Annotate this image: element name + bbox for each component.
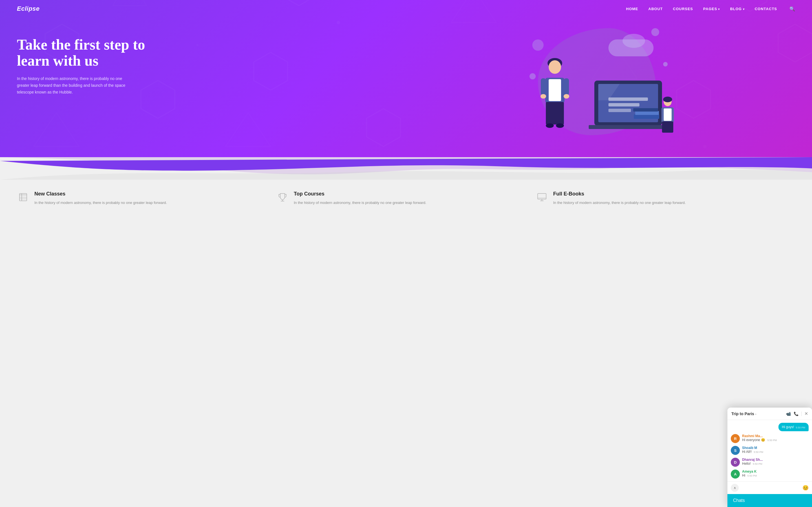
hero-section: Take the first step to learn with us In … xyxy=(0,0,812,158)
feature-desc-0: In the history of modern astronomy, ther… xyxy=(35,200,167,206)
hero-content: Take the first step to learn with us In … xyxy=(0,0,169,118)
feature-title-1: Top Courses xyxy=(294,191,426,197)
nav-home[interactable]: HOME xyxy=(626,7,638,11)
feature-new-classes: New Classes In the history of modern ast… xyxy=(17,191,276,206)
svg-point-20 xyxy=(196,44,199,46)
monitor-icon xyxy=(536,191,548,203)
trophy-icon xyxy=(276,191,289,203)
feature-desc-1: In the history of modern astronomy, ther… xyxy=(294,200,426,206)
svg-point-18 xyxy=(337,21,340,24)
feature-desc-2: In the history of modern astronomy, ther… xyxy=(553,200,686,206)
feature-title-2: Full E-Books xyxy=(553,191,686,197)
svg-marker-10 xyxy=(366,109,400,147)
nav-contacts[interactable]: CONTACTS xyxy=(755,7,777,11)
hero-description: In the history of modern astronomy, ther… xyxy=(17,75,135,96)
nav-blog[interactable]: BLOG xyxy=(730,7,744,11)
features-section: New Classes In the history of modern ast… xyxy=(0,180,812,223)
search-icon[interactable]: 🔍 xyxy=(790,6,795,11)
wave-divider xyxy=(0,157,812,180)
hero-title: Take the first step to learn with us xyxy=(17,37,152,69)
book-icon xyxy=(17,191,29,203)
svg-rect-55 xyxy=(538,193,546,199)
svg-marker-16 xyxy=(225,113,271,147)
nav-courses[interactable]: COURSES xyxy=(673,7,693,11)
feature-title-0: New Classes xyxy=(35,191,167,197)
nav-links: HOME ABOUT COURSES PAGES BLOG CONTACTS 🔍 xyxy=(626,6,795,11)
feature-top-courses: Top Courses In the history of modern ast… xyxy=(276,191,536,206)
nav-about[interactable]: ABOUT xyxy=(649,7,663,11)
svg-marker-9 xyxy=(254,52,288,90)
navbar: Eclipse HOME ABOUT COURSES PAGES BLOG CO… xyxy=(0,0,812,17)
feature-full-ebooks: Full E-Books In the history of modern as… xyxy=(536,191,795,206)
logo[interactable]: Eclipse xyxy=(17,5,40,12)
svg-point-21 xyxy=(703,145,707,148)
svg-marker-15 xyxy=(592,45,637,79)
svg-marker-12 xyxy=(778,24,812,62)
nav-pages[interactable]: PAGES xyxy=(703,7,720,11)
svg-marker-11 xyxy=(677,80,711,118)
